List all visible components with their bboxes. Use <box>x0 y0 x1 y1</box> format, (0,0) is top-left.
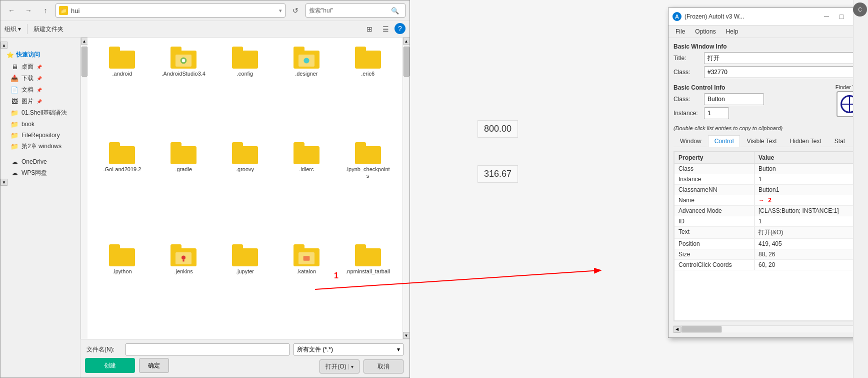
class-row: Class: <box>674 66 862 78</box>
hscroll-left[interactable]: ◀ <box>674 326 680 333</box>
annotation-2-label: 2 <box>768 197 772 204</box>
table-row[interactable]: Text 打开(&O) <box>674 227 854 239</box>
right-scrollbar[interactable]: ▲ ▼ <box>402 38 410 339</box>
sidebar-item-onedrive[interactable]: ☁ OneDrive <box>0 156 80 167</box>
cancel-button[interactable]: 取消 <box>364 359 404 373</box>
sidebar-scroll-down[interactable]: ▼ <box>0 179 8 186</box>
prop-value-classnameNN: Button1 <box>754 185 854 195</box>
tab-stat[interactable]: Stat <box>828 135 852 147</box>
menu-options[interactable]: Options <box>690 27 720 37</box>
tab-control[interactable]: Control <box>708 135 740 147</box>
sidebar-item-downloads[interactable]: 📥 下载 📌 <box>0 73 80 84</box>
view-list-button[interactable]: ☰ <box>378 23 392 35</box>
list-item[interactable]: .groovy <box>216 139 274 237</box>
list-item[interactable]: .designer <box>278 44 335 135</box>
prop-value-id: 1 <box>754 216 854 226</box>
file-grid: .android .AndroidStudio3.4 <box>88 38 402 339</box>
sidebar-item-shell[interactable]: 📁 01.Shell基础语法 <box>0 107 80 119</box>
prop-value-position: 419, 405 <box>754 239 854 249</box>
sidebar-item-docs[interactable]: 📄 文档 📌 <box>0 84 80 96</box>
tab-visible-text[interactable]: Visible Text <box>740 135 783 147</box>
tab-window[interactable]: Window <box>674 135 708 147</box>
search-input[interactable] <box>309 7 389 14</box>
left-scrollbar[interactable]: ▲ <box>80 38 88 339</box>
autoit-menubar: File Options Help <box>668 26 868 38</box>
prop-name-controlclick: ControlClick Coords <box>674 260 754 270</box>
scroll-up-arrow[interactable]: ▲ <box>81 38 88 45</box>
folder-icon-ipynb <box>355 142 381 164</box>
list-item[interactable]: .katalon <box>278 241 335 333</box>
control-class-input[interactable] <box>704 93 764 105</box>
table-row[interactable]: Class Button <box>674 164 854 174</box>
view-grid-button[interactable]: ⊞ <box>362 23 376 35</box>
filename-input[interactable] <box>126 343 290 355</box>
title-input[interactable] <box>704 52 862 64</box>
help-button[interactable]: ? <box>394 23 406 34</box>
list-item[interactable]: .jenkins <box>155 241 212 333</box>
folder-icon-eric6 <box>355 47 381 69</box>
svg-point-3 <box>182 255 186 259</box>
menu-help[interactable]: Help <box>721 27 744 37</box>
list-item[interactable]: .eric6 <box>339 44 396 135</box>
menu-file[interactable]: File <box>670 27 690 37</box>
create-button[interactable]: 创建 <box>85 358 135 373</box>
folder-icon-jenkins <box>170 244 196 266</box>
sidebar-item-wps[interactable]: ☁ WPS网盘 <box>0 167 80 179</box>
scroll-thumb[interactable] <box>82 47 88 77</box>
refresh-button[interactable]: ↺ <box>288 4 302 18</box>
table-row[interactable]: Advanced Mode [CLASS:Button; INSTANCE:1] <box>674 206 854 216</box>
new-folder-button[interactable]: 新建文件夹 <box>34 25 64 34</box>
table-row[interactable]: Position 419, 405 <box>674 239 854 249</box>
right-scroll-thumb[interactable] <box>404 47 410 77</box>
list-item[interactable]: .config <box>216 44 274 135</box>
right-scroll-down[interactable]: ▼ <box>403 332 410 339</box>
list-item[interactable]: .GoLand2019.2 <box>94 139 151 237</box>
sidebar-item-pictures[interactable]: 🖼 图片 📌 <box>0 96 80 107</box>
dropdown-chevron[interactable]: ▾ <box>279 8 282 14</box>
list-item[interactable]: .npminstall_tarball <box>339 241 396 333</box>
list-item[interactable]: .jupyter <box>216 241 274 333</box>
minimize-button[interactable]: ─ <box>820 11 834 22</box>
table-row[interactable]: Name → 2 <box>674 195 854 206</box>
table-row[interactable]: ControlClick Coords 60, 20 <box>674 260 854 270</box>
instance-input[interactable] <box>704 107 729 119</box>
table-row[interactable]: Instance 1 <box>674 174 854 185</box>
sidebar-item-book[interactable]: 📁 book <box>0 119 80 130</box>
forward-button[interactable]: → <box>22 4 36 18</box>
up-button[interactable]: ↑ <box>38 4 52 18</box>
table-row[interactable]: ID 1 <box>674 216 854 227</box>
quick-access-section: ⭐ 快速访问 <box>0 49 80 61</box>
list-item[interactable]: .ipython <box>94 241 151 333</box>
class-input[interactable] <box>704 66 862 78</box>
list-item[interactable]: .ipynb_checkpoints <box>339 139 396 237</box>
pictures-icon: 🖼 <box>10 98 18 106</box>
table-row[interactable]: Size 88, 26 <box>674 249 854 260</box>
filetype-dropdown[interactable]: 所有文件 (*.*) ▾ <box>294 343 404 355</box>
sidebar-item-desktop[interactable]: 🖥 桌面 📌 <box>0 61 80 73</box>
ok-button[interactable]: 确定 <box>139 358 169 373</box>
class-label: Class: <box>674 69 701 76</box>
table-row[interactable]: ClassnameNN Button1 <box>674 185 854 195</box>
search-bar[interactable]: 🔍 <box>306 4 406 18</box>
list-item[interactable]: .android <box>94 44 151 135</box>
sidebar-scroll-up[interactable]: ▲ <box>0 42 8 49</box>
organize-button[interactable]: 组织 ▾ <box>4 25 21 34</box>
sidebar-item-chapter2[interactable]: 📁 第2章 windows <box>0 141 80 152</box>
address-bar[interactable]: 📁 hui ▾ <box>56 4 286 18</box>
open-button[interactable]: 打开(O) ▾ <box>320 359 360 373</box>
folder-icon-designer <box>294 47 320 69</box>
hscroll-thumb[interactable] <box>682 326 722 332</box>
sidebar: ▲ ⭐ 快速访问 🖥 桌面 📌 📥 下载 📌 📄 文档 📌 🖼 <box>0 38 80 377</box>
right-scroll-up[interactable]: ▲ <box>403 38 410 45</box>
svg-rect-5 <box>303 256 310 261</box>
maximize-button[interactable]: □ <box>834 11 848 22</box>
back-button[interactable]: ← <box>4 4 18 18</box>
tab-hidden-text[interactable]: Hidden Text <box>784 135 828 147</box>
folder-icon-ipython <box>109 244 135 266</box>
sidebar-item-filerepository[interactable]: 📁 FileRepository <box>0 130 80 141</box>
file-explorer: ← → ↑ 📁 hui ▾ ↺ 🔍 组织 ▾ 新建文件夹 ⊞ ☰ ? ▲ ⭐ <box>0 0 410 378</box>
list-item[interactable]: .idlerc <box>278 139 335 237</box>
list-item[interactable]: .gradle <box>155 139 212 237</box>
list-item[interactable]: .AndroidStudio3.4 <box>155 44 212 135</box>
prop-name-advanced: Advanced Mode <box>674 206 754 216</box>
